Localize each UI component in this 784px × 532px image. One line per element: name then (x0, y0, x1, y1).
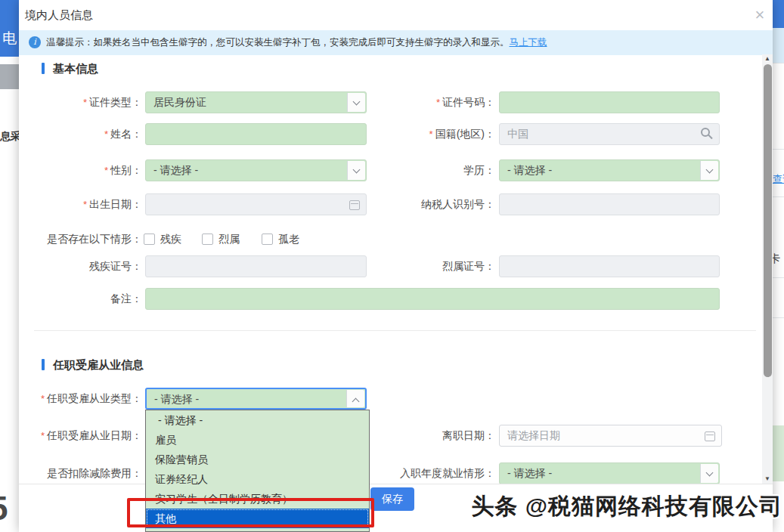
chevron-down-icon (706, 469, 714, 477)
chevron-up-icon (352, 398, 360, 406)
entry-year-label: 入职年度就业情形： (352, 462, 495, 484)
background-left-mid-text: 息采 (0, 130, 19, 144)
resign-date-placeholder: 请选择日期 (507, 425, 560, 446)
entry-year-value: - 请选择 - (507, 463, 552, 484)
background-green-band (773, 425, 784, 481)
cert-type-value: 居民身份证 (153, 92, 206, 113)
background-left-number: 5 (0, 490, 8, 527)
checkbox-disabled[interactable]: 残疾 (144, 229, 181, 249)
taxpayer-id-input[interactable] (499, 193, 720, 215)
background-divider (773, 149, 784, 150)
background-left-strip: 电 息采 5 (0, 0, 19, 532)
required-marker: * (104, 128, 108, 140)
section-title: 任职受雇从业信息 (53, 358, 144, 373)
download-link[interactable]: 马上下载 (510, 37, 547, 48)
section-divider (34, 330, 756, 331)
resign-date-label: 离职日期： (352, 425, 495, 447)
disability-no-label: 残疾证号： (25, 255, 142, 277)
taxpayer-id-label: 纳税人识别号： (352, 193, 495, 215)
background-divider (773, 317, 784, 318)
required-marker: * (41, 430, 45, 441)
remark-label: 备注： (25, 288, 142, 310)
close-icon[interactable]: × (749, 5, 770, 26)
background-divider (773, 63, 784, 63)
birth-date-input[interactable] (145, 193, 367, 215)
cert-no-input[interactable] (499, 91, 720, 113)
cert-no-label: *证件号码： (352, 91, 495, 113)
required-marker: * (429, 128, 433, 140)
deduct-fee-label: 是否扣除减除费用： (25, 462, 142, 484)
search-icon[interactable] (701, 128, 710, 137)
nationality-label: *国籍(地区)： (352, 123, 495, 145)
birth-date-label: *出生日期： (25, 193, 142, 215)
remark-input[interactable] (145, 288, 720, 310)
education-select[interactable]: - 请选择 - (499, 159, 720, 181)
checkbox-icon[interactable] (262, 234, 273, 245)
cert-type-label: *证件类型： (25, 91, 142, 113)
martyr-no-input[interactable] (499, 255, 720, 277)
background-divider (773, 277, 784, 278)
nationality-input[interactable]: 中国 (499, 123, 720, 145)
background-query-link: 查询 (773, 172, 784, 186)
checkbox-icon[interactable] (202, 234, 213, 245)
background-right-header (773, 0, 784, 28)
select-arrow-zone (700, 464, 718, 483)
required-marker: * (104, 165, 108, 176)
employment-type-value: - 请选择 - (154, 389, 199, 410)
section-title: 基本信息 (53, 62, 98, 76)
scroll-down-icon[interactable]: ▼ (762, 475, 773, 484)
background-card-text: 卡 (773, 252, 780, 266)
modal-scrollbar[interactable]: ▲ ▼ (762, 54, 773, 484)
background-right-subheader (773, 28, 784, 63)
tip-bar: i 温馨提示：如果姓名当中包含生僻字的，您可以安装生僻字补丁包，安装完成后即可支… (19, 30, 773, 55)
resign-date-input[interactable]: 请选择日期 (499, 425, 722, 447)
calendar-icon[interactable] (705, 431, 715, 441)
employment-type-label: *任职受雇从业类型： (25, 388, 142, 410)
watermark: 头条 @税猫网络科技有限公司 (471, 491, 782, 522)
gender-value: - 请选择 - (153, 160, 198, 181)
disability-no-input[interactable] (145, 255, 367, 277)
dropdown-option[interactable]: 雇员 (146, 430, 369, 450)
background-left-header: 电 (0, 0, 19, 57)
background-divider (773, 196, 784, 197)
scroll-up-icon[interactable]: ▲ (762, 54, 773, 63)
dropdown-option[interactable]: 证券经纪人 (146, 469, 369, 489)
background-gray-band (0, 64, 19, 89)
nationality-value: 中国 (507, 124, 528, 144)
info-icon: i (29, 36, 41, 48)
select-arrow-zone (700, 161, 718, 180)
tip-text: 温馨提示：如果姓名当中包含生僻字的，您可以安装生僻字补丁包，安装完成后即可支持生… (46, 30, 547, 55)
required-marker: * (83, 97, 87, 108)
scrollbar-thumb[interactable] (764, 64, 772, 377)
education-value: - 请选择 - (507, 160, 552, 181)
required-marker: * (83, 199, 87, 210)
select-arrow-zone (346, 390, 364, 407)
required-marker: * (41, 393, 45, 404)
checkbox-lonely-elderly[interactable]: 孤老 (262, 229, 299, 249)
cert-type-select[interactable]: 居民身份证 (145, 91, 367, 113)
entry-year-select[interactable]: - 请选择 - (499, 462, 720, 484)
tip-message: 温馨提示：如果姓名当中包含生僻字的，您可以安装生僻字补丁包，安装完成后即可支持生… (46, 37, 510, 48)
section-marker (42, 63, 45, 74)
situations-checkbox-group: 残疾 烈属 孤老 (144, 229, 370, 249)
name-label: *姓名： (25, 123, 142, 145)
dropdown-option[interactable]: 保险营销员 (146, 450, 369, 469)
modal-title: 境内人员信息 (25, 0, 93, 30)
required-marker: * (436, 97, 440, 108)
employment-date-label: *任职受雇从业日期： (25, 425, 142, 447)
checkbox-martyr-family[interactable]: 烈属 (202, 229, 240, 249)
annotation-red-box (127, 498, 374, 527)
name-input[interactable] (145, 123, 367, 145)
employment-type-select[interactable]: - 请选择 - (145, 388, 367, 410)
gender-label: *性别： (25, 159, 142, 181)
section-marker (42, 359, 45, 370)
education-label: 学历： (352, 159, 495, 181)
save-button[interactable]: 保存 (370, 487, 414, 511)
gender-select[interactable]: - 请选择 - (145, 159, 367, 181)
personnel-info-modal: 境内人员信息 × i 温馨提示：如果姓名当中包含生僻字的，您可以安装生僻字补丁包… (19, 0, 773, 532)
chevron-down-icon (706, 166, 714, 174)
checkbox-icon[interactable] (144, 234, 155, 245)
dropdown-option[interactable]: - 请选择 - (146, 410, 369, 430)
situations-label: 是否存在以下情形： (25, 229, 142, 249)
page: 电 息采 5 查询 卡 境内人员信息 × i 温馨提示：如果姓名当中包含生僻字的… (0, 0, 784, 532)
